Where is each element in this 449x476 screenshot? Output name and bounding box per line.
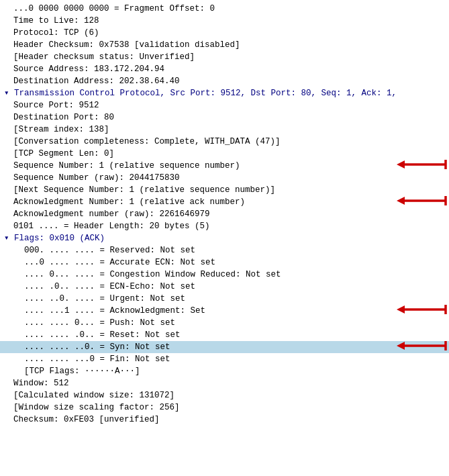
table-row: Sequence Number: 1 (relative sequence nu… [0,160,449,172]
packet-detail-view: ...0 0000 0000 0000 = Fragment Offset: 0… [0,0,449,476]
table-row: .... .... .0.. = Reset: Not set [0,329,449,341]
table-row: [TCP Flags: ······A···] [0,365,449,377]
table-row: Checksum: 0xFE03 [unverified] [0,414,449,426]
line-text: [Header checksum status: Unverified] [0,51,449,63]
line-text: ▾ Transmission Control Protocol, Src Por… [0,87,449,99]
line-text: 0101 .... = Header Length: 20 bytes (5) [0,220,449,232]
table-row: Header Checksum: 0x7538 [validation disa… [0,39,449,51]
line-text: ...0 0000 0000 0000 = Fragment Offset: 0 [0,3,449,15]
line-text: [Conversation completeness: Complete, WI… [0,136,449,148]
line-text: .... .... ..0. = Syn: Not set [0,341,449,353]
line-text: Destination Port: 80 [0,111,449,124]
line-text: Checksum: 0xFE03 [unverified] [0,414,449,426]
line-text: .... .0.. .... = ECN-Echo: Not set [0,281,449,293]
table-row: [Stream index: 138] [0,124,449,136]
line-text: 000. .... .... = Reserved: Not set [0,244,449,256]
table-row: ▾ Transmission Control Protocol, Src Por… [0,87,449,99]
table-row: Destination Address: 202.38.64.40 [0,75,449,87]
table-row: ...0 .... .... = Accurate ECN: Not set [0,256,449,269]
table-row: [Next Sequence Number: 1 (relative seque… [0,184,449,196]
table-row: Time to Live: 128 [0,15,449,27]
table-row: .... .0.. .... = ECN-Echo: Not set [0,281,449,293]
table-row: .... ..0. .... = Urgent: Not set [0,293,449,305]
line-text: Source Address: 183.172.204.94 [0,63,449,75]
line-text: .... .... 0... = Push: Not set [0,317,449,329]
table-row: ...0 0000 0000 0000 = Fragment Offset: 0 [0,3,449,15]
table-row: .... .... ..0. = Syn: Not set [0,341,449,353]
table-row: [Header checksum status: Unverified] [0,51,449,63]
table-row: [Conversation completeness: Complete, WI… [0,136,449,148]
table-row: .... .... 0... = Push: Not set [0,317,449,329]
table-row: Window: 512 [0,377,449,389]
line-text: ...0 .... .... = Accurate ECN: Not set [0,256,449,269]
line-text: Source Port: 9512 [0,99,449,111]
line-text: [Next Sequence Number: 1 (relative seque… [0,184,449,196]
table-row: .... .... ...0 = Fin: Not set [0,353,449,365]
line-text: [TCP Segment Len: 0] [0,148,449,160]
table-row: .... 0... .... = Congestion Window Reduc… [0,269,449,281]
line-text: Sequence Number: 1 (relative sequence nu… [0,160,449,172]
table-row: .... ...1 .... = Acknowledgment: Set [0,305,449,317]
table-row: [TCP Segment Len: 0] [0,148,449,160]
table-row: [Window size scaling factor: 256] [0,401,449,414]
table-row: 000. .... .... = Reserved: Not set [0,244,449,256]
line-text: ▾ Flags: 0x010 (ACK) [0,232,449,244]
line-text: Window: 512 [0,377,449,389]
table-row: Destination Port: 80 [0,111,449,124]
table-row: Source Address: 183.172.204.94 [0,63,449,75]
table-row: ▾ Flags: 0x010 (ACK) [0,232,449,244]
line-text: Time to Live: 128 [0,15,449,27]
line-text: Destination Address: 202.38.64.40 [0,75,449,87]
table-row: Protocol: TCP (6) [0,27,449,39]
line-text: .... .... .0.. = Reset: Not set [0,329,449,341]
line-text: .... ..0. .... = Urgent: Not set [0,293,449,305]
line-text: .... 0... .... = Congestion Window Reduc… [0,269,449,281]
line-text: Acknowledgment Number: 1 (relative ack n… [0,196,449,208]
line-text: [Window size scaling factor: 256] [0,401,449,414]
line-text: Protocol: TCP (6) [0,27,449,39]
line-text: Header Checksum: 0x7538 [validation disa… [0,39,449,51]
line-text: .... ...1 .... = Acknowledgment: Set [0,305,449,317]
line-text: Sequence Number (raw): 2044175830 [0,172,449,184]
line-text: .... .... ...0 = Fin: Not set [0,353,449,365]
line-text: [TCP Flags: ······A···] [0,365,449,377]
table-row: Source Port: 9512 [0,99,449,111]
line-text: [Stream index: 138] [0,124,449,136]
table-row: Sequence Number (raw): 2044175830 [0,172,449,184]
table-row: Acknowledgment Number: 1 (relative ack n… [0,196,449,208]
table-row: [Calculated window size: 131072] [0,389,449,401]
table-row: 0101 .... = Header Length: 20 bytes (5) [0,220,449,232]
line-text: [Calculated window size: 131072] [0,389,449,401]
line-text: Acknowledgment number (raw): 2261646979 [0,208,449,220]
table-row: Acknowledgment number (raw): 2261646979 [0,208,449,220]
